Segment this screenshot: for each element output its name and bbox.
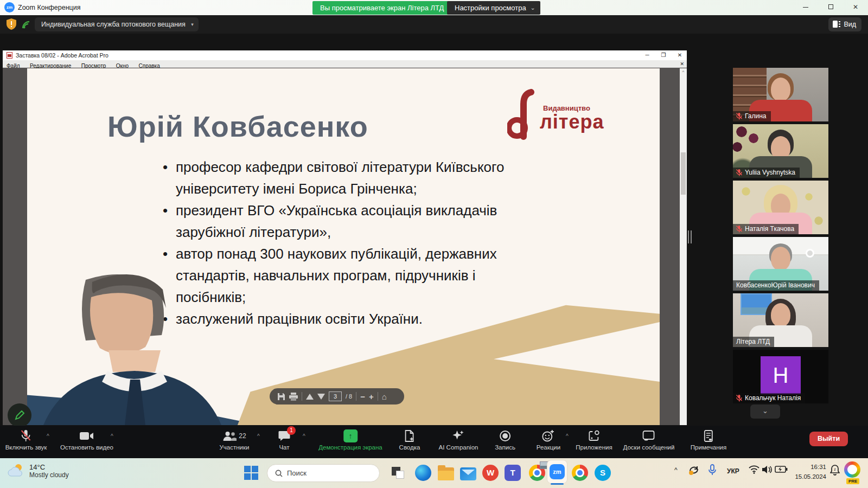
participant-tile[interactable]: H Ковальчук Наталія bbox=[733, 350, 828, 403]
acrobat-close-button[interactable]: ✕ bbox=[676, 50, 684, 60]
participant-tile[interactable]: КовбасенкоЮрій Іванович bbox=[733, 237, 828, 291]
participants-label: Участники bbox=[220, 444, 250, 451]
encryption-shield-icon[interactable] bbox=[7, 18, 16, 30]
chat-unread-badge: 1 bbox=[287, 426, 296, 435]
svg-text:z: z bbox=[834, 467, 836, 471]
reactions-options-chevron[interactable]: ^ bbox=[566, 433, 569, 439]
summary-button[interactable]: Сводка bbox=[399, 429, 420, 451]
copilot-icon[interactable] bbox=[844, 461, 860, 478]
ai-companion-button[interactable]: AI Companion bbox=[439, 429, 478, 451]
document-close-icon[interactable]: ✕ bbox=[680, 60, 684, 68]
apps-label: Приложения bbox=[576, 444, 612, 451]
scrollbar-thumb[interactable] bbox=[681, 152, 686, 195]
search-icon bbox=[275, 470, 283, 477]
chat-options-chevron[interactable]: ^ bbox=[303, 433, 305, 439]
view-options-label: Настройки просмотра bbox=[455, 4, 526, 12]
acrobat-minimize-button[interactable]: ─ bbox=[643, 50, 651, 60]
participant-tile[interactable]: Yuliia Vyshnytska bbox=[733, 124, 828, 178]
taskbar-search[interactable]: Поиск bbox=[267, 464, 380, 482]
tray-sync-icon[interactable] bbox=[688, 464, 700, 476]
notes-button[interactable]: Примечания bbox=[691, 429, 726, 451]
taskbar-wps[interactable]: W bbox=[482, 464, 499, 481]
taskbar-edge[interactable] bbox=[414, 464, 432, 481]
window-controls: ✕ bbox=[793, 0, 868, 15]
print-icon[interactable] bbox=[289, 393, 298, 401]
mic-muted-icon bbox=[21, 429, 31, 442]
weather-widget[interactable]: 14°C Mostly cloudy bbox=[8, 463, 69, 479]
litera-logo-glyph bbox=[507, 89, 542, 141]
task-view-icon bbox=[391, 466, 405, 480]
taskbar-chrome-2[interactable] bbox=[571, 464, 589, 481]
participant-tile[interactable]: Наталія Ткачова bbox=[733, 181, 828, 234]
panel-resize-handle[interactable] bbox=[688, 230, 693, 246]
tray-expand-button[interactable]: ^ bbox=[674, 466, 678, 474]
leave-meeting-button[interactable]: Выйти bbox=[809, 432, 848, 446]
language-indicator[interactable]: УКР bbox=[727, 467, 739, 475]
start-button[interactable] bbox=[242, 464, 260, 481]
meeting-info-bar: Индивидуальная служба потокового вещания… bbox=[0, 15, 868, 34]
sync-arrows-icon bbox=[688, 464, 700, 476]
minimize-button[interactable] bbox=[793, 0, 818, 15]
stop-video-button[interactable]: Остановить видео bbox=[60, 429, 113, 451]
previous-page-button[interactable] bbox=[306, 394, 314, 400]
shared-acrobat-window: Заставка 08/02 - Adobe Acrobat Pro ─ ❐ ✕… bbox=[3, 50, 687, 425]
home-view-button[interactable]: ⌂ bbox=[382, 393, 387, 401]
participants-scroll-down-button[interactable]: ⌄ bbox=[750, 404, 780, 419]
tray-mic-icon[interactable] bbox=[708, 464, 717, 476]
acrobat-scrollbar[interactable]: ^ bbox=[680, 68, 687, 425]
stream-service-label: Индивидуальная служба потокового вещания bbox=[41, 21, 186, 28]
notes-label: Примечания bbox=[691, 444, 726, 451]
taskbar-file-explorer[interactable] bbox=[437, 465, 455, 483]
clock[interactable]: 16:31 15.05.2024 bbox=[789, 462, 826, 482]
participants-button[interactable]: 22 Участники bbox=[220, 429, 250, 451]
chat-button[interactable]: 1 Чат bbox=[278, 429, 290, 451]
whiteboards-button[interactable]: Доски сообщений bbox=[623, 429, 675, 451]
acrobat-restore-button[interactable]: ❐ bbox=[660, 50, 667, 60]
scroll-up-arrow[interactable]: ^ bbox=[680, 69, 687, 74]
page-number-input[interactable]: 3 bbox=[329, 391, 342, 401]
taskbar-teams[interactable]: T bbox=[504, 464, 521, 481]
annotate-button[interactable] bbox=[8, 403, 31, 427]
volume-icon[interactable] bbox=[762, 465, 773, 474]
record-button[interactable]: Запись bbox=[495, 429, 515, 451]
next-page-button[interactable] bbox=[317, 394, 325, 400]
muted-mic-icon bbox=[736, 226, 742, 233]
participant-label: Наталія Ткачова bbox=[733, 224, 799, 234]
participant-name: КовбасенкоЮрій Іванович bbox=[736, 281, 815, 289]
save-icon[interactable] bbox=[277, 393, 285, 401]
share-screen-button[interactable]: ↑ Демонстрация экрана bbox=[318, 429, 382, 451]
bell-icon: z bbox=[830, 465, 840, 476]
video-options-chevron[interactable]: ^ bbox=[111, 433, 113, 439]
pdf-floating-toolbar: 3 / 8 − + ⌂ bbox=[270, 388, 404, 404]
participants-options-chevron[interactable]: ^ bbox=[257, 433, 260, 439]
close-button[interactable]: ✕ bbox=[843, 0, 868, 15]
taskbar-skype[interactable]: S bbox=[594, 464, 611, 481]
zoom-in-button[interactable]: + bbox=[369, 393, 374, 401]
unmute-button[interactable]: Включить звук bbox=[5, 429, 47, 451]
task-view-button[interactable] bbox=[389, 464, 406, 481]
reactions-button[interactable]: Реакции bbox=[537, 429, 560, 451]
zoom-out-button[interactable]: − bbox=[360, 393, 365, 401]
taskbar-mail[interactable] bbox=[459, 465, 477, 483]
notifications-bell[interactable]: z bbox=[830, 465, 840, 476]
participant-name: Галина bbox=[745, 112, 767, 120]
wifi-icon[interactable] bbox=[749, 465, 760, 474]
window-title: Zoom Конференция bbox=[18, 4, 81, 11]
maximize-button[interactable] bbox=[818, 0, 843, 15]
meeting-controls-toolbar: Включить звук ^ Остановить видео ^ 22 Уч… bbox=[0, 426, 868, 458]
stream-service-selector[interactable]: Индивидуальная служба потокового вещания… bbox=[35, 17, 199, 31]
participant-tile[interactable]: Галина bbox=[733, 68, 828, 121]
apps-button[interactable]: Приложения bbox=[576, 429, 612, 451]
share-screen-label: Демонстрация экрана bbox=[318, 444, 382, 451]
bullet-text: професор кафедри світової літератури Киї… bbox=[176, 159, 504, 197]
participant-tile-active-speaker[interactable]: Літера ЛТД bbox=[733, 293, 828, 347]
window-titlebar: zm Zoom Конференция Вы просматриваете эк… bbox=[0, 0, 868, 15]
taskbar-zoom-active[interactable]: zm bbox=[547, 460, 567, 484]
audio-options-chevron[interactable]: ^ bbox=[47, 433, 49, 439]
muted-mic-icon bbox=[736, 169, 742, 176]
participant-name: Ковальчук Наталія bbox=[745, 394, 801, 402]
view-button[interactable]: Вид bbox=[828, 17, 861, 31]
battery-icon[interactable] bbox=[775, 466, 788, 473]
taskbar-chrome-1[interactable] bbox=[528, 464, 546, 481]
view-options-button[interactable]: Настройки просмотра ⌄ bbox=[447, 1, 540, 15]
